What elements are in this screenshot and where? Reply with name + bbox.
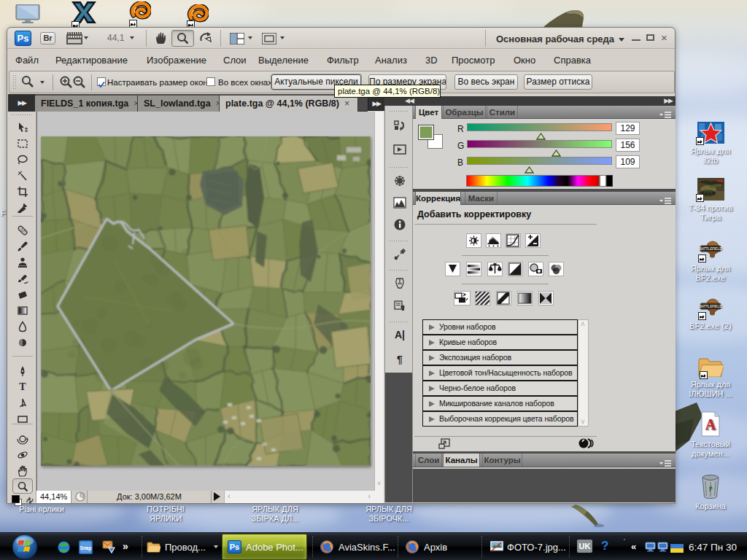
svg-text:Snap: Snap [80, 545, 92, 551]
svg-text:A: A [705, 416, 716, 432]
svg-text:BATTLEFIELD: BATTLEFIELD [699, 305, 722, 308]
svg-text:BATTLEFIELD: BATTLEFIELD [699, 247, 722, 251]
